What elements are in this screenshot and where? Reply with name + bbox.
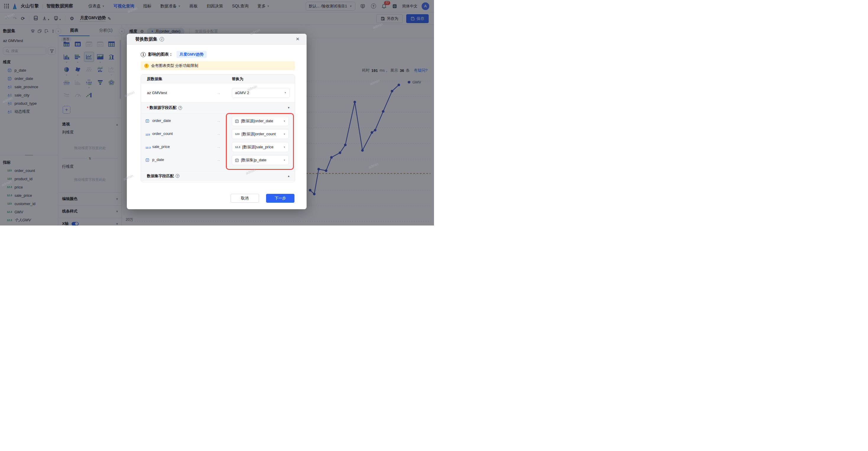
- target-field-value: [数据源]sale_price: [242, 144, 274, 150]
- source-column-header: 原数据集: [141, 76, 162, 82]
- field-type-icon: 12.3: [235, 146, 240, 148]
- field-type-icon: 12.3: [146, 145, 151, 149]
- cancel-button[interactable]: 取消: [230, 194, 259, 203]
- arrow-right-icon: →: [216, 118, 221, 123]
- modal-header: 替换数据集 i ✕: [127, 34, 307, 45]
- dataset-field-match-header[interactable]: 数据集字段匹配 ? ▲: [141, 171, 295, 181]
- field-type-icon: [235, 119, 239, 123]
- source-field-match-header[interactable]: * 数据源字段匹配 ? ▼: [141, 103, 295, 113]
- field-type-icon: [146, 119, 149, 124]
- target-field-select[interactable]: [数据源]order_date ▼: [232, 116, 289, 126]
- affected-chart-chip[interactable]: 月度GMV趋势: [177, 51, 207, 58]
- target-column-header: 替换为: [232, 76, 243, 82]
- target-field-select[interactable]: [数据集]p_date ▼: [232, 155, 289, 165]
- target-field-select[interactable]: 123 [数据源]order_count ▼: [232, 129, 289, 139]
- field-type-icon: 123: [146, 132, 150, 136]
- chevron-up-icon: ▲: [287, 175, 290, 177]
- arrow-right-icon: →: [216, 132, 221, 136]
- target-field-select[interactable]: 12.3 [数据源]sale_price ▼: [232, 142, 289, 152]
- field-mapping-row: 12.3 sale_price → 12.3 [数据源]sale_price ▼: [141, 141, 295, 153]
- warning-text: 会有图表类型 分析功能限制: [151, 63, 198, 68]
- arrow-right-icon: →: [216, 158, 221, 162]
- source-field-name: sale_price: [152, 144, 170, 149]
- target-field-value: [数据集]p_date: [241, 158, 267, 163]
- mapping-table-header: 原数据集 替换为: [141, 75, 295, 83]
- app-root: 火山引擎 智能数据洞察 仪表盘 ▼ 可视化查询 指标 数据准备 ▼ 画板: [0, 0, 434, 225]
- target-dataset-select[interactable]: aGMV 2 ▼: [232, 88, 290, 98]
- modal-title: 替换数据集: [135, 36, 157, 42]
- field-type-icon: [146, 158, 149, 163]
- replace-mapping-table: 原数据集 替换为 az GMVtest → aGMV 2 ▼ * 数据源字段匹配…: [141, 74, 295, 182]
- field-mapping-row: 123 order_count → 123 [数据源]order_count ▼: [141, 128, 295, 141]
- field-type-icon: 123: [235, 133, 240, 136]
- field-mapping-row: order_date → [数据源]order_date ▼: [141, 115, 295, 128]
- target-field-value: [数据源]order_count: [242, 132, 276, 137]
- target-field-value: [数据源]order_date: [241, 118, 273, 124]
- step-number: 1: [141, 52, 146, 57]
- step-label: 影响的图表：: [148, 52, 173, 57]
- source-dataset-name: az GMVtest: [141, 90, 167, 95]
- chevron-down-icon: ▼: [284, 91, 286, 94]
- help-icon[interactable]: ?: [178, 106, 182, 110]
- warning-icon: !: [144, 64, 149, 68]
- affected-chart-row: 1 影响的图表： 月度GMV趋势: [141, 51, 207, 58]
- next-step-button[interactable]: 下一步: [266, 194, 294, 203]
- required-asterisk: *: [147, 106, 148, 110]
- modal-footer: 取消 下一步: [127, 194, 307, 203]
- dataset-mapping-row: az GMVtest → aGMV 2 ▼: [141, 83, 295, 103]
- source-field-name: p_date: [152, 158, 164, 162]
- field-type-icon: [235, 158, 239, 162]
- chevron-down-icon: ▼: [283, 120, 286, 122]
- chevron-down-icon: ▼: [287, 106, 290, 109]
- arrow-right-icon: →: [216, 144, 221, 149]
- target-dataset-value: aGMV 2: [235, 90, 249, 95]
- arrow-right-icon: →: [216, 90, 221, 95]
- warning-banner: ! 会有图表类型 分析功能限制: [141, 61, 295, 70]
- field-mapping-row: p_date → [数据集]p_date ▼: [141, 153, 295, 167]
- chevron-down-icon: ▼: [283, 146, 286, 148]
- info-icon[interactable]: i: [160, 37, 164, 41]
- source-field-name: order_date: [152, 118, 171, 123]
- help-icon[interactable]: ?: [176, 174, 180, 178]
- replace-dataset-modal: 替换数据集 i ✕ 1 影响的图表： 月度GMV趋势 ! 会有图表类型 分析功能…: [127, 34, 307, 209]
- close-icon[interactable]: ✕: [296, 36, 300, 42]
- source-field-name: order_count: [152, 132, 173, 136]
- chevron-down-icon: ▼: [283, 159, 286, 162]
- chevron-down-icon: ▼: [283, 133, 286, 136]
- field-mapping-rows: order_date → [数据源]order_date ▼ 123 order…: [141, 113, 295, 171]
